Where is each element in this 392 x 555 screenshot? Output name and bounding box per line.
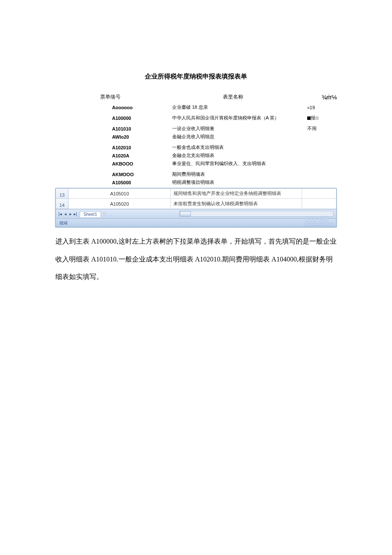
sheet-extra-icon[interactable]: ♡ [103, 212, 107, 216]
body-paragraph: 进入到主表 A100000,这时左上方表树的下拉菜单选择表单，开始填写，首先填写… [55, 232, 337, 286]
sheet-tab-bar: |◂◂▸▸| Sheet1 ♡ [56, 209, 336, 218]
grid-cell[interactable]: 规同销售和房地产开发企业特定业务纳税调整明细表 [171, 189, 302, 199]
scroll-thumb[interactable] [180, 211, 191, 216]
page-title: 企业所得税年度纳税申报表填报表单 [55, 73, 337, 81]
table-header: 票单缮号 表里名称 ¾riт⅛ [100, 93, 337, 101]
cell-code: A102010 [100, 145, 172, 150]
cell-code: AKMOOO [100, 172, 172, 177]
status-bar: 就绪 Baidu 经验 jingyan.baidu.com [56, 218, 336, 227]
table-row: AWIo20 金融企兆收入明细息 [100, 134, 337, 140]
grid-cell[interactable] [302, 189, 336, 199]
cell-status: »19 [294, 105, 337, 110]
header-code: 票单缮号 [100, 93, 172, 101]
header-status: ¾riт⅛ [294, 93, 337, 101]
cell-status: 不用 [294, 125, 337, 132]
table-row: A1020A 金融会北支出明细表 [100, 152, 337, 159]
row-number[interactable]: 14 [56, 199, 69, 209]
cell-code: AKBOOO [100, 161, 172, 166]
table-row: A101010 一设企业收入明细衰 不用 [100, 125, 337, 132]
cell-status: 报 [294, 115, 337, 121]
cell-name: 一般金也成本支出明细表 [172, 144, 294, 151]
grid-row: 14 A105020 未按权责发生制确认收入纳税调整明细表 [56, 199, 336, 209]
sheet-tab[interactable]: Sheet1 [80, 211, 101, 217]
cell-name: 金融企兆收入明细息 [172, 134, 294, 140]
cell-name: 金融会北支出明细表 [172, 152, 294, 159]
cell-name: 一设企业收入明细衰 [172, 125, 294, 132]
cell-code: AWIo20 [100, 134, 172, 139]
cell-code: A1020A [100, 153, 172, 158]
table-row: AKMOOO 期间费用明缅表 [100, 171, 337, 177]
sheet-nav-arrows-icon[interactable]: |◂◂▸▸| [58, 212, 78, 216]
gray-box-icon [315, 116, 319, 120]
cell-code: A105000 [100, 180, 172, 185]
cell-code: A101010 [100, 126, 172, 131]
grid-cell[interactable] [302, 199, 336, 209]
status-label: 就绪 [59, 220, 68, 226]
header-name: 表里名称 [172, 93, 294, 101]
table-row: A102010 一般金也成本支出明细表 [100, 144, 337, 151]
row-number[interactable]: 13 [56, 189, 69, 199]
cell-name: 企业臺破 18 息亲 [172, 104, 294, 110]
cell-code: A100000 [100, 116, 172, 121]
spreadsheet-screenshot: 13 A105010 规同销售和房地产开发企业特定业务纳税调整明细表 14 A1… [55, 188, 337, 227]
cell-name: 中华人民共和国企强片胃税年度纳税申报表（A 英） [172, 115, 294, 121]
table-row: A100000 中华人民共和国企强片胃税年度纳税申报表（A 英） 报 [100, 115, 337, 121]
cell-name: 事业里住、民间苹营利编织收入、支出明细表 [172, 160, 294, 167]
grid-row: 13 A105010 规同销售和房地产开发企业特定业务纳税调整明细表 [56, 189, 336, 199]
grid-cell[interactable]: A105020 [69, 199, 171, 209]
cell-name: 明税调整项目明细表 [172, 179, 294, 186]
cell-code: Aoooooo [100, 105, 172, 110]
watermark: Baidu 经验 jingyan.baidu.com [306, 216, 333, 226]
table-row: A105000 明税调整项目明细表 [100, 179, 337, 186]
table-row: Aoooooo 企业臺破 18 息亲 »19 [100, 104, 337, 110]
form-list: 票单缮号 表里名称 ¾riт⅛ Aoooooo 企业臺破 18 息亲 »19 A… [100, 93, 337, 186]
table-row: AKBOOO 事业里住、民间苹营利编织收入、支出明细表 [100, 160, 337, 167]
grid-cell[interactable]: A105010 [69, 189, 171, 199]
filled-box-icon [307, 116, 311, 120]
grid-cell[interactable]: 未按权责发生制确认收入纳税调整明细表 [171, 199, 302, 209]
cell-name: 期间费用明缅表 [172, 171, 294, 177]
